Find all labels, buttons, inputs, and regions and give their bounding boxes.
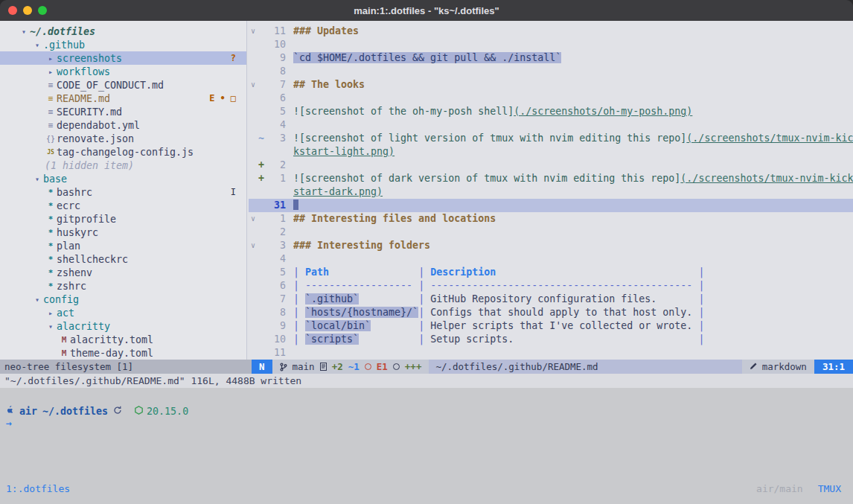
editor-line[interactable]: +2 — [249, 159, 853, 172]
fold-open-icon[interactable]: ∨ — [249, 212, 258, 226]
tree-item[interactable]: ▸workflows — [0, 65, 246, 78]
editor-line[interactable]: ∨11### Updates — [249, 25, 853, 38]
line-number: 11 — [265, 25, 286, 38]
editor-line[interactable]: ~3![screenshot of light version of tmux … — [249, 132, 853, 145]
editor-lines: ∨11### Updates109`cd $HOME/.dotfiles && … — [249, 25, 853, 360]
editor-line[interactable]: 2 — [249, 226, 853, 239]
sign-column — [258, 279, 265, 293]
editor-line[interactable]: 10| `scripts` | Setup scripts. | — [249, 333, 853, 346]
tree-item-label: huskyrc — [57, 227, 98, 238]
tree-item[interactable]: JStag-changelog-config.js — [0, 145, 246, 159]
line-text: `cd $HOME/.dotfiles && git pull && ./ins… — [293, 51, 853, 65]
line-number: 2 — [265, 226, 286, 239]
editor-line[interactable]: 11 — [249, 346, 853, 360]
line-number: 2 — [265, 159, 286, 172]
editor-line[interactable]: ∨3### Interesting folders — [249, 239, 853, 252]
fold-open-icon[interactable]: ∨ — [249, 239, 258, 252]
statusline-filepath: ~/.dotfiles/.github/README.md — [429, 360, 741, 374]
chevron-down-icon[interactable]: ▾ — [31, 41, 43, 49]
line-number: 1 — [265, 212, 286, 226]
tree-item[interactable]: ▾~/.dotfiles — [0, 25, 246, 38]
editor-line[interactable]: 6| ------------------ | ----------------… — [249, 279, 853, 293]
editor-line[interactable]: 4 — [249, 252, 853, 266]
sign-column — [258, 319, 265, 333]
editor-line[interactable]: 10 — [249, 38, 853, 51]
tree-item[interactable]: ▾base — [0, 172, 246, 185]
editor-line[interactable]: 31 — [249, 199, 853, 212]
tree-item[interactable]: ▾alacritty — [0, 319, 246, 333]
tree-item[interactable]: ≡CODE_OF_CONDUCT.md — [0, 78, 246, 92]
titlebar: main:1:.dotfiles - "ks~/.dotfiles" — [0, 0, 853, 21]
chevron-down-icon[interactable]: ▾ — [45, 322, 57, 331]
tree-item-label: shellcheckrc — [57, 254, 128, 265]
editor-line[interactable]: 7| `.github` | GitHub Repository configu… — [249, 293, 853, 306]
sign-column — [258, 293, 265, 306]
git-status-badge: E — [209, 93, 214, 103]
line-text: ### Interesting folders — [293, 239, 853, 252]
sign-column — [258, 105, 265, 118]
editor-line[interactable]: 5![screenshot of the oh-my-posh shell](.… — [249, 105, 853, 118]
chevron-down-icon[interactable]: ▾ — [31, 296, 43, 304]
close-button[interactable] — [8, 6, 17, 15]
tree-item[interactable]: (1 hidden item) — [0, 159, 246, 172]
editor-line[interactable]: 4 — [249, 118, 853, 132]
zoom-button[interactable] — [38, 6, 47, 15]
tmux-window[interactable]: 1:.dotfiles — [6, 483, 70, 494]
file-icon: * — [45, 255, 57, 264]
chevron-right-icon[interactable]: ▸ — [45, 309, 57, 317]
editor-line[interactable]: kstart-light.png) — [249, 145, 853, 159]
fold-open-icon[interactable]: ∨ — [249, 78, 258, 92]
chevron-down-icon[interactable]: ▾ — [18, 28, 30, 36]
tree-item[interactable]: *shellcheckrc — [0, 252, 246, 266]
tree-item[interactable]: ▾config — [0, 293, 246, 306]
tree-item[interactable]: Malacritty.toml — [0, 333, 246, 346]
tree-item-label: ~/.dotfiles — [30, 26, 95, 37]
editor-line[interactable]: ∨7## The looks — [249, 78, 853, 92]
tree-item[interactable]: *plan — [0, 239, 246, 252]
nvim-pane: ▾~/.dotfiles▾.github▸screenshots?▸workfl… — [0, 21, 853, 360]
chevron-down-icon[interactable]: ▾ — [31, 175, 43, 183]
sign-column — [258, 333, 265, 346]
toml-icon: M — [58, 348, 70, 358]
editor-line[interactable]: 9`cd $HOME/.dotfiles && git pull && ./in… — [249, 51, 853, 65]
tree-item[interactable]: {}renovate.json — [0, 132, 246, 145]
tree-item[interactable]: *zshenv — [0, 266, 246, 279]
editor-line[interactable]: +1![screenshot of dark version of tmux w… — [249, 172, 853, 185]
editor-line[interactable]: 6 — [249, 92, 853, 105]
tree-item[interactable]: *ecrc — [0, 199, 246, 212]
diagnostic-error-count: E1 — [377, 360, 388, 374]
tree-item[interactable]: *zshrc — [0, 279, 246, 293]
editor-line[interactable]: 8| `hosts/{hostname}/`| Configs that sho… — [249, 306, 853, 319]
editor-line[interactable]: start-dark.png) — [249, 185, 853, 199]
git-branch-name: main — [293, 360, 315, 374]
tree-item[interactable]: *bashrcI — [0, 185, 246, 199]
chevron-right-icon[interactable]: ▸ — [45, 54, 57, 63]
line-text: ![screenshot of dark version of tmux wit… — [293, 172, 853, 185]
fold-column — [249, 319, 258, 333]
tree-item[interactable]: ▸act — [0, 306, 246, 319]
minimize-button[interactable] — [23, 6, 32, 15]
sign-column — [258, 346, 265, 360]
tree-item[interactable]: *gitprofile — [0, 212, 246, 226]
line-text: kstart-light.png) — [293, 145, 853, 159]
editor-line[interactable]: 5| Path | Description | — [249, 266, 853, 279]
editor-line[interactable]: 9| `local/bin` | Helper scripts that I'v… — [249, 319, 853, 333]
editor-line[interactable]: 8 — [249, 65, 853, 78]
line-number: 1 — [265, 172, 286, 185]
tree-item[interactable]: ≡dependabot.yml — [0, 118, 246, 132]
fold-column — [249, 293, 258, 306]
tree-item[interactable]: Mtheme-day.toml — [0, 346, 246, 360]
terminal-window: main:1:.dotfiles - "ks~/.dotfiles" ▾~/.d… — [0, 0, 853, 504]
tree-item[interactable]: ▸screenshots? — [0, 51, 246, 65]
prompt-arrow: → — [6, 418, 847, 431]
tree-item-label: zshrc — [57, 281, 86, 292]
chevron-right-icon[interactable]: ▸ — [45, 68, 57, 76]
shell-pane[interactable]: air ~/.dotfiles 20.15.0 → 1:.dotfiles ai… — [0, 388, 853, 504]
tree-item[interactable]: *huskyrc — [0, 226, 246, 239]
tree-item[interactable]: ▾.github — [0, 38, 246, 51]
editor[interactable]: ∨11### Updates109`cd $HOME/.dotfiles && … — [247, 21, 853, 360]
fold-open-icon[interactable]: ∨ — [249, 25, 258, 38]
editor-line[interactable]: ∨1## Interesting files and locations — [249, 212, 853, 226]
tree-item[interactable]: ≡README.mdE•□ — [0, 92, 246, 105]
tree-item[interactable]: ≡SECURITY.md — [0, 105, 246, 118]
